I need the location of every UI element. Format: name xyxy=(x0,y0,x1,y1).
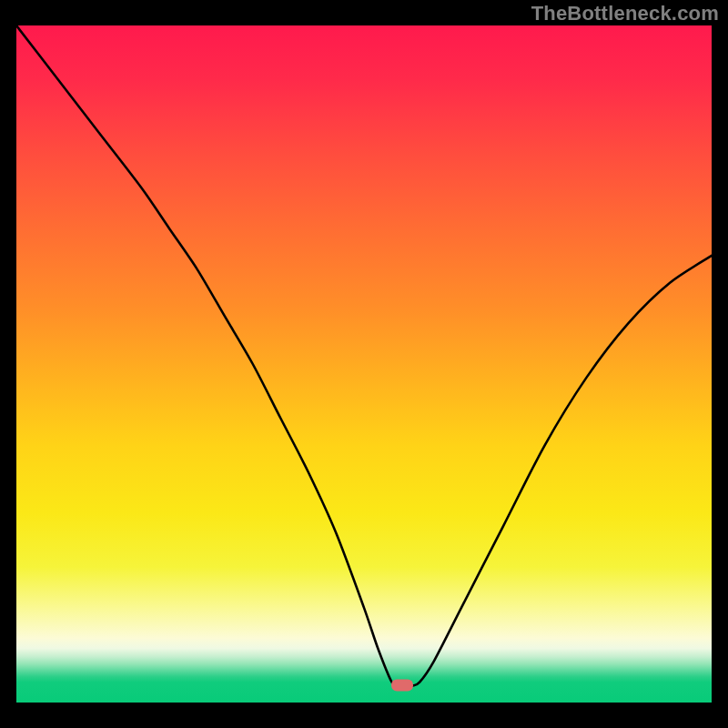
plot-area xyxy=(16,25,712,703)
optimum-marker xyxy=(391,680,413,692)
bottleneck-curve xyxy=(16,25,712,686)
watermark-text: TheBottleneck.com xyxy=(531,2,719,25)
chart-frame: TheBottleneck.com xyxy=(0,0,728,728)
curve-layer xyxy=(16,25,712,703)
